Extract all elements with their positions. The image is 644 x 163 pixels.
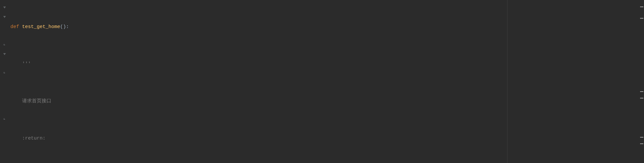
- chevron-down-icon: [3, 53, 7, 57]
- code-line[interactable]: :return:: [10, 134, 644, 143]
- chevron-down-icon: [3, 7, 7, 10]
- fold-marker[interactable]: [0, 51, 9, 60]
- fold-marker[interactable]: [0, 4, 9, 13]
- fold-close-icon: [3, 72, 7, 76]
- scroll-marker: [640, 18, 643, 19]
- gutter-blank: [0, 88, 9, 97]
- scroll-marker: [640, 7, 643, 7]
- fold-end-marker[interactable]: [0, 69, 9, 79]
- gutter-blank: [0, 22, 9, 32]
- chevron-down-icon: [3, 16, 7, 20]
- scroll-marker: [640, 91, 643, 92]
- fold-close-icon: [3, 44, 7, 48]
- gutter: [0, 0, 9, 163]
- code-line[interactable]: 请求首页接口: [10, 97, 644, 106]
- right-margin-line: [507, 0, 507, 163]
- docstring-text: 请求首页接口: [22, 97, 51, 106]
- fold-end-marker[interactable]: [0, 41, 9, 51]
- code-line[interactable]: def test_get_home():: [10, 22, 644, 32]
- code-area[interactable]: def test_get_home(): ''' 请求首页接口 :return:…: [9, 0, 644, 163]
- gutter-blank: [0, 78, 9, 88]
- gutter-blank: [0, 97, 9, 106]
- docstring-delim: ''': [22, 60, 31, 69]
- fold-close-icon: [3, 118, 7, 122]
- scrollbar-track[interactable]: [639, 0, 644, 163]
- function-name: test_get_home: [22, 22, 60, 32]
- gutter-blank: [0, 60, 9, 69]
- fold-end-marker[interactable]: [0, 115, 9, 125]
- gutter-blank: [0, 106, 9, 116]
- docstring-return: :return:: [22, 134, 46, 143]
- gutter-blank: [0, 32, 9, 41]
- parentheses: (): [60, 22, 66, 32]
- fold-marker[interactable]: [0, 13, 9, 23]
- code-editor[interactable]: def test_get_home(): ''' 请求首页接口 :return:…: [0, 0, 644, 163]
- scroll-marker: [640, 137, 643, 138]
- code-line[interactable]: ''': [10, 60, 644, 69]
- keyword-def: def: [10, 22, 19, 32]
- scroll-marker: [640, 98, 643, 98]
- scroll-marker: [640, 143, 643, 144]
